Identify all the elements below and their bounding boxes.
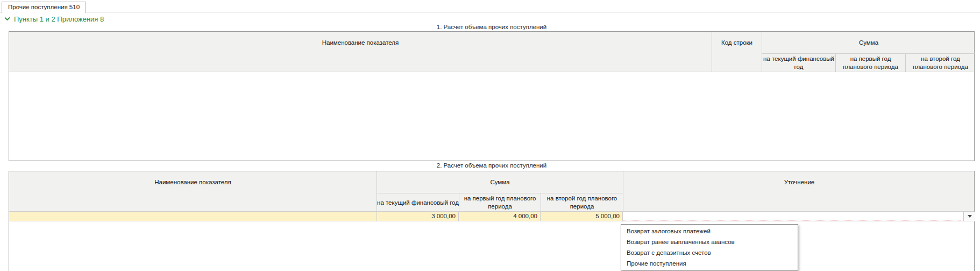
dropdown-item[interactable]: Возврат ранее выплаченных авансов: [621, 237, 798, 247]
table1-col-sum-group: Сумма: [762, 32, 975, 54]
row-cell-sum-first-year[interactable]: 4 000,00: [459, 212, 541, 221]
section-label: Пункты 1 и 2 Приложения 8: [14, 15, 104, 23]
tab-prochie-postupleniya-510[interactable]: Прочие поступления 510: [2, 2, 86, 13]
dropdown-item[interactable]: Возврат залоговых платежей: [621, 226, 798, 237]
table2-col-sum-current-year: на текущий финансовый год: [377, 193, 459, 212]
document-form: Прочие поступления 510 Пункты 1 и 2 Прил…: [0, 0, 980, 271]
table1-col-sum-first-year: на первый год планового периода: [835, 54, 905, 72]
row-cell-name[interactable]: [9, 212, 377, 221]
row-cell-sum-second-year[interactable]: 5 000,00: [541, 212, 623, 221]
table1-col-sum-current-year: на текущий финансовый год: [762, 54, 835, 72]
table2-col-sum-group: Сумма: [377, 171, 623, 193]
clarification-dropdown-list: Возврат залоговых платежей Возврат ранее…: [621, 224, 798, 270]
dropdown-item[interactable]: Прочие поступления: [621, 258, 798, 269]
tabstrip-divider: [0, 12, 980, 12]
table1-col-name: Наименование показателя: [9, 32, 712, 72]
dropdown-item[interactable]: Возврат с депазитных счетов: [621, 247, 798, 258]
chevron-down-icon: [4, 17, 10, 21]
table2-col-sum-first-year: на первый год планового периода: [459, 193, 541, 212]
row-cell-clarification-input[interactable]: [623, 212, 975, 221]
clarification-dropdown-button[interactable]: [963, 212, 975, 221]
table2-col-sum-second-year: на второй год планового периода: [541, 193, 623, 212]
row-cell-sum-current-year[interactable]: 3 000,00: [377, 212, 459, 221]
table2-col-clarification: Уточнение: [623, 171, 975, 212]
table2-col-name: Наименование показателя: [9, 171, 377, 212]
table2: Наименование показателя Сумма на текущий…: [9, 171, 975, 271]
table1-title: 1. Расчет объема прочих поступлений: [9, 24, 975, 30]
table1-col-code: Код строки: [712, 32, 762, 72]
required-field-underline: [623, 220, 961, 220]
dropdown-arrow-icon: [968, 215, 972, 218]
section-toggle-punkty-1-2[interactable]: Пункты 1 и 2 Приложения 8: [4, 14, 104, 24]
table1-col-sum-second-year: на второй год планового периода: [905, 54, 975, 72]
table2-title: 2. Расчет объема прочих поступлений: [9, 162, 975, 169]
table1: Наименование показателя Код строки Сумма…: [9, 31, 975, 161]
